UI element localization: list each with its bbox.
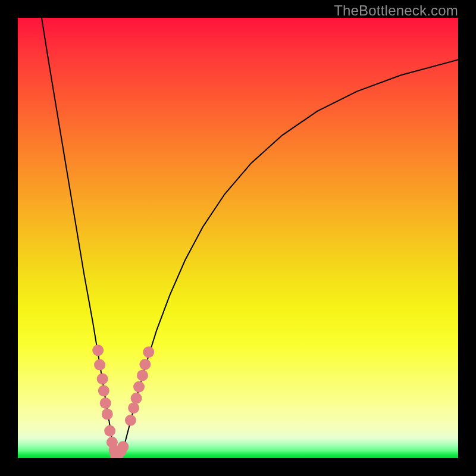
data-marker [133, 381, 145, 393]
plot-area [18, 18, 458, 458]
data-marker [98, 385, 109, 396]
data-marker [137, 369, 148, 381]
data-marker [92, 345, 104, 356]
data-marker [128, 402, 139, 414]
data-marker [97, 373, 108, 384]
data-marker [100, 397, 111, 409]
data-marker [117, 441, 129, 452]
marker-group [92, 345, 154, 458]
curve-layer [18, 18, 458, 458]
watermark-text: TheBottleneck.com [334, 2, 458, 19]
data-marker [94, 359, 105, 371]
data-marker [104, 425, 115, 437]
data-marker [102, 409, 113, 420]
data-marker [131, 393, 142, 404]
chart-frame: TheBottleneck.com [0, 0, 476, 476]
data-marker [143, 346, 154, 358]
data-marker [139, 359, 151, 370]
data-marker [125, 415, 136, 426]
